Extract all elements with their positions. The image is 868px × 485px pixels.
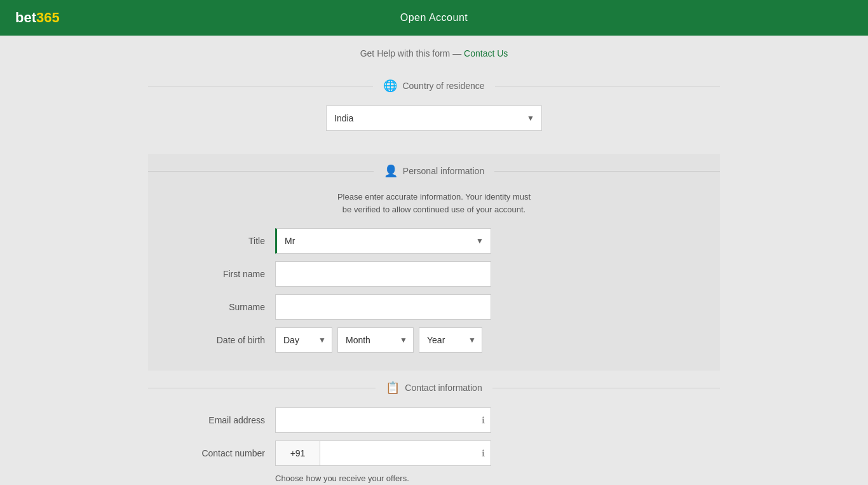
country-select-wrapper: India United Kingdom Australia ▼ — [326, 106, 542, 131]
firstname-row: First name — [148, 261, 720, 287]
surname-input[interactable] — [275, 294, 491, 320]
country-section: 🌐 Country of residence India United King… — [148, 69, 720, 154]
email-info-icon[interactable]: ℹ — [482, 415, 485, 425]
personal-section-text: Personal information — [403, 166, 484, 176]
firstname-label: First name — [173, 269, 275, 279]
globe-icon: 🌐 — [383, 79, 397, 93]
offers-row: Choose how you receive your offers. — [148, 474, 720, 483]
firstname-control — [275, 261, 491, 287]
country-select[interactable]: India United Kingdom Australia — [326, 106, 542, 131]
contact-section-label: 📋 Contact information — [376, 381, 492, 395]
email-label: Email address — [173, 415, 275, 425]
contact-divider: 📋 Contact information — [148, 381, 720, 395]
email-control: ℹ — [275, 407, 491, 433]
year-select-wrapper: Year ▼ — [419, 327, 482, 353]
help-text: Get Help with this form — — [360, 48, 462, 58]
logo-bet: bet — [15, 10, 36, 25]
help-row: Get Help with this form — Contact Us — [148, 48, 720, 58]
contact-icon: 📋 — [386, 381, 400, 395]
phone-inputs: +91 ℹ — [275, 441, 491, 466]
contact-section-text: Contact information — [405, 383, 482, 393]
contact-section: 📋 Contact information Email address ℹ Co… — [148, 371, 720, 485]
header-title: Open Account — [400, 12, 468, 24]
phone-input-wrapper: ℹ — [320, 441, 491, 466]
phone-label: Contact number — [173, 448, 275, 458]
dob-selects: Day 12345 678910 1112131415 1617181920 2… — [275, 327, 482, 353]
title-select[interactable]: Mr Mrs Miss Ms Dr — [275, 228, 491, 254]
title-label: Title — [173, 236, 275, 246]
contact-us-link[interactable]: Contact Us — [464, 48, 508, 58]
main-content: Get Help with this form — Contact Us 🌐 C… — [148, 36, 720, 485]
personal-section: 👤 Personal information Please enter accu… — [148, 154, 720, 371]
offers-text: Choose how you receive your offers. — [275, 474, 695, 483]
email-row: Email address ℹ — [148, 407, 720, 433]
email-input[interactable] — [275, 407, 491, 433]
day-select[interactable]: Day 12345 678910 1112131415 1617181920 2… — [275, 327, 332, 353]
personal-notice: Please enter accurate information. Your … — [148, 191, 720, 215]
phone-input[interactable] — [320, 441, 491, 466]
notice-line2: be verified to allow continued use of yo… — [148, 203, 720, 216]
country-divider: 🌐 Country of residence — [148, 79, 720, 93]
surname-row: Surname — [148, 294, 720, 320]
country-section-label: 🌐 Country of residence — [373, 79, 494, 93]
person-icon: 👤 — [384, 164, 398, 178]
surname-control — [275, 294, 491, 320]
year-select[interactable]: Year — [419, 327, 482, 353]
notice-line1: Please enter accurate information. Your … — [148, 191, 720, 203]
title-control: Mr Mrs Miss Ms Dr ▼ — [275, 228, 491, 254]
month-select[interactable]: Month JanuaryFebruaryMarch AprilMayJune … — [337, 327, 414, 353]
dob-row: Date of birth Day 12345 678910 111213141… — [148, 327, 720, 353]
title-select-wrapper: Mr Mrs Miss Ms Dr ▼ — [275, 228, 491, 254]
country-row: India United Kingdom Australia ▼ — [148, 106, 720, 131]
country-section-text: Country of residence — [402, 81, 484, 91]
dob-label: Date of birth — [173, 335, 275, 345]
firstname-input[interactable] — [275, 261, 491, 287]
email-input-wrapper: ℹ — [275, 407, 491, 433]
surname-label: Surname — [173, 302, 275, 312]
logo-365: 365 — [36, 10, 60, 25]
logo: bet365 — [15, 10, 60, 26]
phone-info-icon[interactable]: ℹ — [482, 448, 485, 458]
day-select-wrapper: Day 12345 678910 1112131415 1617181920 2… — [275, 327, 332, 353]
phone-row: Contact number +91 ℹ — [148, 441, 720, 466]
header: bet365 Open Account — [0, 0, 868, 36]
month-select-wrapper: Month JanuaryFebruaryMarch AprilMayJune … — [337, 327, 414, 353]
country-code-input[interactable]: +91 — [275, 441, 320, 466]
personal-divider: 👤 Personal information — [148, 164, 720, 178]
personal-section-label: 👤 Personal information — [374, 164, 494, 178]
title-row: Title Mr Mrs Miss Ms Dr ▼ — [148, 228, 720, 254]
